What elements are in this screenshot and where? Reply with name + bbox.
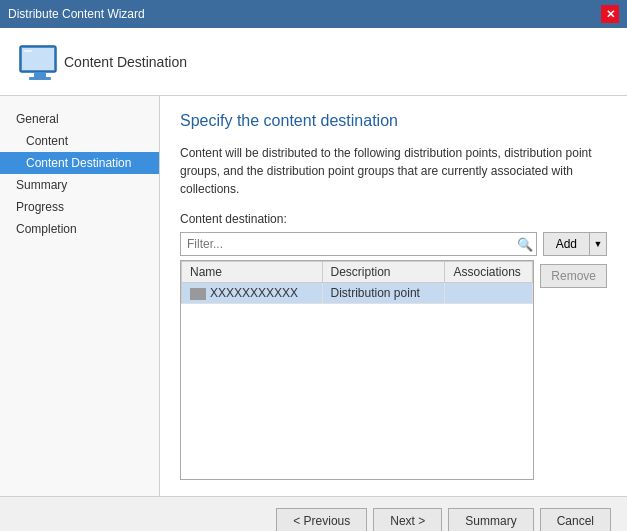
filter-row: 🔍 Add ▼ [180,232,607,256]
title-bar: Distribute Content Wizard ✕ [0,0,627,28]
filter-input-wrapper: 🔍 [180,232,537,256]
col-header-description: Description [322,262,445,283]
sidebar-item-content-destination[interactable]: Content Destination [0,152,159,174]
add-dropdown-arrow[interactable]: ▼ [589,232,607,256]
sidebar-item-general[interactable]: General [0,108,159,130]
svg-rect-3 [29,77,51,80]
wizard-header: Content Destination [0,28,627,96]
add-button[interactable]: Add [543,232,589,256]
sidebar-item-summary[interactable]: Summary [0,174,159,196]
content-title: Specify the content destination [180,112,607,130]
sidebar-item-content[interactable]: Content [0,130,159,152]
wizard-header-icon [16,38,64,86]
sidebar-item-progress[interactable]: Progress [0,196,159,218]
table-area: Name Description Associations XXXXXXXXXX… [180,260,607,480]
wizard-container: Content Destination General Content Cont… [0,28,627,531]
col-header-name: Name [182,262,323,283]
next-button[interactable]: Next > [373,508,442,532]
svg-rect-2 [34,72,46,77]
filter-input[interactable] [180,232,537,256]
destination-table: Name Description Associations XXXXXXXXXX… [181,261,533,304]
close-button[interactable]: ✕ [601,5,619,23]
table-cell-description: Distribution point [322,283,445,304]
wizard-body: General Content Content Destination Summ… [0,96,627,496]
table-row[interactable]: XXXXXXXXXXX Distribution point [182,283,533,304]
row-icon [190,288,206,300]
destination-label: Content destination: [180,212,607,226]
add-button-group: Add ▼ [543,232,607,256]
destination-table-container: Name Description Associations XXXXXXXXXX… [180,260,534,480]
remove-button[interactable]: Remove [540,264,607,288]
sidebar-item-completion[interactable]: Completion [0,218,159,240]
svg-rect-4 [24,50,32,52]
wizard-header-title: Content Destination [64,54,187,70]
content-description: Content will be distributed to the follo… [180,144,607,198]
previous-button[interactable]: < Previous [276,508,367,532]
table-cell-associations [445,283,533,304]
search-icon: 🔍 [517,237,533,252]
wizard-footer: < Previous Next > Summary Cancel [0,496,627,531]
table-cell-name: XXXXXXXXXXX [182,283,323,304]
cancel-button[interactable]: Cancel [540,508,611,532]
wizard-sidebar: General Content Content Destination Summ… [0,96,160,496]
summary-button[interactable]: Summary [448,508,533,532]
wizard-main-content: Specify the content destination Content … [160,96,627,496]
col-header-associations: Associations [445,262,533,283]
table-actions: Remove [540,260,607,288]
title-bar-text: Distribute Content Wizard [8,7,145,21]
